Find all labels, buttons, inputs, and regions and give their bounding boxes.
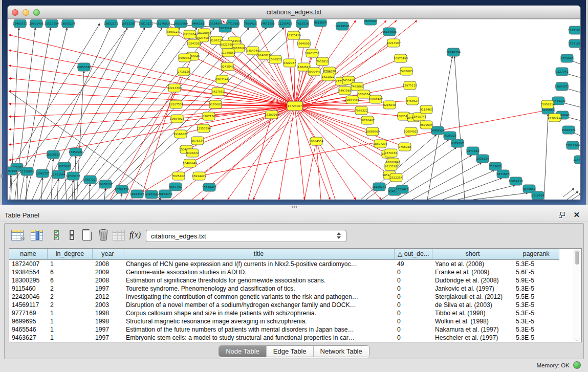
- graph-node[interactable]: 16961758: [305, 49, 319, 57]
- graph-node[interactable]: 7986322: [355, 106, 368, 115]
- black-edge[interactable]: [41, 178, 42, 200]
- graph-node[interactable]: 9370167: [385, 149, 398, 157]
- graph-node[interactable]: 17957223: [83, 176, 97, 184]
- graph-node[interactable]: 7485063: [400, 67, 413, 75]
- graph-node[interactable]: 9146821: [258, 51, 271, 59]
- graph-node[interactable]: 18136141: [372, 183, 386, 191]
- graph-node[interactable]: 9498222: [186, 149, 199, 157]
- graph-node[interactable]: 18720407: [360, 116, 375, 124]
- red-edge[interactable]: [9, 65, 295, 106]
- tab-node-table[interactable]: Node Table: [219, 346, 267, 357]
- graph-node[interactable]: 16055234: [61, 19, 75, 28]
- right-splitter[interactable]: [586, 0, 588, 205]
- network-canvas[interactable]: 1240557220691406205133541605523418852171…: [8, 19, 580, 200]
- black-edge[interactable]: [454, 56, 465, 200]
- graph-node[interactable]: 9975887: [58, 162, 71, 170]
- panel-divider[interactable]: [0, 205, 588, 208]
- table-row[interactable]: 969969511998Structural magnetic resonanc…: [9, 317, 574, 325]
- table-row[interactable]: 946554611997Estimation of the future num…: [9, 325, 574, 334]
- graph-node[interactable]: 15276007: [156, 19, 170, 28]
- graph-node[interactable]: 8322037: [284, 59, 296, 67]
- graph-node[interactable]: 8990448: [308, 68, 321, 76]
- graph-node[interactable]: 3624554: [358, 90, 371, 98]
- graph-node[interactable]: 16648784: [446, 48, 461, 56]
- black-edge[interactable]: [104, 188, 105, 200]
- black-edge[interactable]: [544, 114, 548, 200]
- graph-node[interactable]: 18300295: [265, 111, 279, 119]
- red-edge[interactable]: [227, 67, 295, 106]
- red-edge[interactable]: [295, 106, 356, 200]
- black-edge[interactable]: [57, 179, 58, 200]
- graph-node[interactable]: 8990062: [179, 54, 191, 62]
- graph-node[interactable]: 8938923: [444, 132, 456, 140]
- tab-edge-table[interactable]: Edge Table: [267, 346, 314, 357]
- graph-node[interactable]: 18852171: [104, 19, 118, 28]
- black-edge[interactable]: [10, 175, 11, 200]
- table-row[interactable]: 1938455462009Genome-wide association stu…: [9, 268, 574, 276]
- table-row[interactable]: 946362711997Embryonic stem cells: a mode…: [9, 334, 574, 342]
- table-row[interactable]: 1872400712008Changes of HCN gene express…: [9, 260, 574, 268]
- new-table-button[interactable]: [79, 228, 95, 242]
- table-row[interactable]: 911546021997Tourette syndrome. Phenomeno…: [9, 285, 574, 293]
- tab-network-table[interactable]: Network Table: [314, 346, 369, 357]
- graph-node[interactable]: 10653287: [121, 19, 136, 28]
- graph-node[interactable]: 8427552: [212, 87, 225, 96]
- column-header-year[interactable]: year: [93, 249, 123, 260]
- graph-node[interactable]: 15716485: [202, 183, 216, 191]
- graph-node[interactable]: 11675358: [573, 156, 580, 164]
- graph-node[interactable]: 17359924: [69, 148, 83, 156]
- graph-node[interactable]: 10654923: [404, 127, 418, 136]
- red-edge[interactable]: [294, 35, 295, 106]
- graph-node[interactable]: 12942757: [35, 169, 50, 178]
- graph-node[interactable]: 8678334: [191, 137, 204, 145]
- red-edge[interactable]: [304, 141, 316, 200]
- graph-node[interactable]: 11156869: [20, 167, 34, 176]
- graph-node[interactable]: 7690428: [244, 19, 257, 28]
- red-edge[interactable]: [9, 91, 295, 106]
- graph-node[interactable]: 18107554: [169, 100, 183, 108]
- black-edge[interactable]: [458, 185, 515, 200]
- red-edge[interactable]: [9, 106, 295, 117]
- graph-node[interactable]: 9463627: [406, 97, 419, 105]
- red-edge[interactable]: [316, 141, 321, 200]
- red-edge[interactable]: [279, 106, 295, 200]
- black-edge[interactable]: [51, 159, 53, 200]
- graph-node[interactable]: 8471676: [497, 170, 510, 178]
- close-panel-icon[interactable]: ✕: [573, 210, 580, 220]
- graph-node[interactable]: 18325419: [287, 31, 301, 39]
- graph-node[interactable]: 9699695: [420, 121, 433, 129]
- red-edge[interactable]: [9, 106, 295, 129]
- graph-node[interactable]: 10958107: [98, 180, 113, 188]
- window-titlebar[interactable]: citations_edges.txt: [8, 6, 580, 19]
- graph-node[interactable]: 9347568: [145, 190, 158, 199]
- red-edge[interactable]: [9, 78, 295, 106]
- graph-node[interactable]: 12505135: [66, 172, 80, 180]
- graph-node[interactable]: 12213967: [386, 39, 401, 47]
- graph-node[interactable]: 12975115: [403, 81, 417, 90]
- graph-node[interactable]: 6379197: [451, 139, 464, 147]
- graph-node[interactable]: 7625402: [172, 172, 185, 180]
- graph-node[interactable]: 10654112: [509, 177, 523, 185]
- black-edge[interactable]: [473, 193, 528, 200]
- splitter-collapse-arrow-icon[interactable]: [1, 174, 4, 178]
- red-edge[interactable]: [295, 67, 304, 106]
- graph-node[interactable]: 16409949: [183, 159, 197, 167]
- red-edge[interactable]: [9, 106, 295, 145]
- table-vertical-scrollbar[interactable]: [574, 250, 580, 341]
- select-all-button[interactable]: [49, 228, 64, 242]
- table-row[interactable]: 1456911722003Disruption of a novel membe…: [9, 301, 574, 309]
- table-settings-button[interactable]: ⚙: [10, 228, 25, 242]
- graph-node[interactable]: 12093872: [555, 82, 569, 91]
- graph-node[interactable]: 2935114: [476, 155, 489, 163]
- graph-node[interactable]: 20564486: [345, 96, 359, 104]
- scrollbar-thumb[interactable]: [575, 251, 579, 265]
- graph-node[interactable]: 16640910: [297, 39, 311, 48]
- graph-node[interactable]: 12405572: [13, 19, 27, 28]
- table-row[interactable]: 977716911998Corpus callosum shape and si…: [9, 309, 574, 317]
- graph-node[interactable]: 9227341: [556, 68, 569, 76]
- red-edge[interactable]: [295, 43, 304, 106]
- graph-node[interactable]: 7955812: [316, 57, 329, 65]
- float-panel-icon[interactable]: [559, 212, 565, 218]
- graph-node[interactable]: 20184153: [158, 190, 172, 198]
- black-edge[interactable]: [412, 163, 482, 200]
